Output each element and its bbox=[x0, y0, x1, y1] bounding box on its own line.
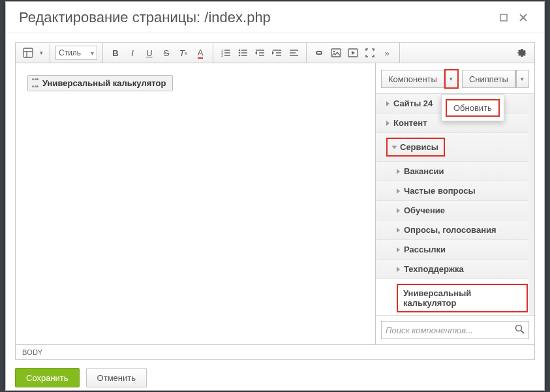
unordered-list-button[interactable] bbox=[234, 44, 251, 61]
svg-rect-0 bbox=[500, 14, 507, 21]
template-dropdown-icon[interactable]: ▾ bbox=[37, 44, 46, 61]
chevron-right-icon bbox=[397, 188, 400, 194]
search-row bbox=[376, 315, 534, 344]
component-chip[interactable]: Универсальный калькулятор bbox=[27, 75, 173, 91]
dialog-footer: Сохранить Отменить bbox=[6, 360, 544, 392]
cancel-button[interactable]: Отменить bbox=[86, 368, 147, 387]
tree-item-support[interactable]: Техподдержка bbox=[376, 260, 534, 279]
chevron-right-icon bbox=[397, 169, 400, 174]
editor-wrap: ▾ Стиль ▾ B I U S Tx A 123 bbox=[6, 33, 544, 360]
search-input[interactable] bbox=[386, 325, 515, 335]
chevron-right-icon bbox=[397, 208, 400, 213]
dialog-title: Редактирование страницы: /index.php bbox=[19, 9, 492, 26]
dialog-header: Редактирование страницы: /index.php bbox=[6, 2, 544, 33]
template-icon[interactable] bbox=[20, 44, 37, 61]
tree-item-faq[interactable]: Частые вопросы bbox=[376, 181, 534, 201]
svg-point-6 bbox=[238, 52, 240, 54]
refresh-button[interactable]: Обновить bbox=[446, 99, 500, 117]
style-select[interactable]: Стиль ▾ bbox=[55, 46, 97, 60]
side-panel: Компоненты ▾ Сниппеты ▾ Обновить Сайты 2… bbox=[375, 63, 534, 344]
tree-item-universal-calc[interactable]: Универсальный калькулятор bbox=[376, 279, 534, 315]
refresh-popup: Обновить bbox=[441, 95, 504, 121]
clear-format-button[interactable]: Tx bbox=[175, 44, 192, 61]
scrollbar[interactable] bbox=[528, 94, 534, 315]
tree-item-vacancies[interactable]: Вакансии bbox=[376, 162, 534, 181]
more-button[interactable]: » bbox=[378, 44, 395, 61]
drag-handle-icon[interactable] bbox=[32, 78, 38, 87]
status-path[interactable]: BODY bbox=[15, 345, 535, 360]
tree-item-mailings[interactable]: Рассылки bbox=[376, 240, 534, 260]
chevron-right-icon bbox=[386, 101, 390, 106]
svg-point-7 bbox=[238, 55, 240, 57]
text-color-button[interactable]: A bbox=[192, 44, 209, 61]
chevron-down-icon: ▾ bbox=[91, 50, 94, 57]
dialog-window: Редактирование страницы: /index.php ▾ Ст… bbox=[5, 1, 545, 391]
image-button[interactable] bbox=[328, 44, 344, 61]
tree-item-polls[interactable]: Опросы, голосования bbox=[376, 220, 534, 240]
editor-body: Универсальный калькулятор Компоненты ▾ С… bbox=[15, 63, 535, 345]
search-box[interactable] bbox=[381, 321, 529, 339]
style-select-label: Стиль bbox=[59, 48, 81, 57]
svg-point-9 bbox=[333, 51, 335, 53]
chevron-down-icon bbox=[392, 145, 397, 149]
chevron-right-icon bbox=[386, 121, 390, 126]
components-dropdown[interactable]: Компоненты ▾ bbox=[381, 70, 458, 88]
components-button-label: Компоненты bbox=[382, 70, 444, 87]
outdent-button[interactable] bbox=[251, 44, 268, 61]
svg-rect-1 bbox=[23, 48, 33, 57]
ordered-list-button[interactable]: 123 bbox=[217, 44, 234, 61]
indent-button[interactable] bbox=[268, 44, 285, 61]
component-chip-label: Универсальный калькулятор bbox=[42, 78, 166, 88]
chevron-right-icon bbox=[397, 228, 400, 233]
chevron-right-icon bbox=[397, 267, 400, 272]
editor-canvas[interactable]: Универсальный калькулятор bbox=[16, 63, 375, 344]
close-icon[interactable] bbox=[515, 10, 531, 25]
editor-toolbar: ▾ Стиль ▾ B I U S Tx A 123 bbox=[15, 42, 535, 63]
snippets-dropdown[interactable]: Сниппеты ▾ bbox=[462, 70, 529, 88]
components-tree: Сайты 24 Контент Сервисы Вакансии Частые… bbox=[376, 93, 534, 315]
settings-button[interactable] bbox=[513, 44, 530, 61]
svg-text:3: 3 bbox=[221, 53, 223, 57]
svg-rect-8 bbox=[331, 49, 341, 57]
save-button[interactable]: Сохранить bbox=[15, 368, 80, 387]
search-icon[interactable] bbox=[515, 324, 525, 336]
svg-point-11 bbox=[516, 325, 522, 331]
underline-button[interactable]: U bbox=[141, 44, 158, 61]
italic-button[interactable]: I bbox=[124, 44, 141, 61]
bold-button[interactable]: B bbox=[107, 44, 124, 61]
chevron-right-icon bbox=[397, 247, 400, 252]
link-button[interactable] bbox=[311, 44, 328, 61]
snippets-dropdown-chevron[interactable]: ▾ bbox=[516, 70, 529, 88]
components-dropdown-chevron[interactable]: ▾ bbox=[445, 70, 458, 88]
align-button[interactable] bbox=[285, 44, 302, 61]
fullscreen-button[interactable] bbox=[361, 44, 378, 61]
svg-point-5 bbox=[238, 50, 240, 52]
snippets-button-label: Сниппеты bbox=[463, 70, 515, 87]
maximize-icon[interactable] bbox=[496, 10, 512, 25]
panel-tabs: Компоненты ▾ Сниппеты ▾ Обновить bbox=[376, 63, 534, 93]
video-button[interactable] bbox=[344, 44, 361, 61]
strike-button[interactable]: S bbox=[158, 44, 175, 61]
tree-item-services[interactable]: Сервисы bbox=[376, 133, 534, 162]
tree-item-education[interactable]: Обучение bbox=[376, 201, 534, 220]
